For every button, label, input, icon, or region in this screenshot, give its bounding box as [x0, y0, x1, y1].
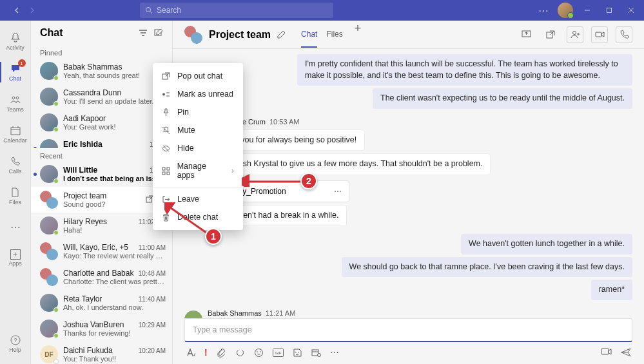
- gif-icon[interactable]: GIF: [273, 349, 284, 357]
- chat-item-preview: Sound good?: [63, 200, 141, 208]
- chat-list-item[interactable]: Project teamSound good?⋯: [31, 187, 172, 213]
- message-bubble[interactable]: The client wasn't expecting us to be rea…: [373, 88, 632, 109]
- tab-chat[interactable]: Chat: [301, 22, 317, 48]
- ctx-label: Pop out chat: [177, 72, 222, 81]
- chat-list-item[interactable]: Babak ShammasYeah, that sounds great!: [31, 58, 172, 84]
- help-icon: ?: [10, 334, 21, 346]
- priority-icon[interactable]: !: [204, 347, 208, 358]
- format-icon[interactable]: [186, 348, 195, 358]
- svg-point-19: [255, 349, 262, 356]
- rail-activity[interactable]: Activity: [0, 26, 31, 57]
- message-meta: Babak Shammas 11:21 AM: [208, 309, 295, 317]
- chat-list-item[interactable]: Eric Ishida11:45Sure. I'll set up someth…: [31, 135, 172, 148]
- new-chat-icon[interactable]: [154, 28, 163, 37]
- chat-item-name: Will Little: [63, 166, 97, 175]
- compose-more-icon[interactable]: ⋯: [330, 347, 339, 358]
- chat-item-name: Project team: [63, 191, 106, 200]
- calendar-icon: [10, 125, 21, 137]
- chat-list-item[interactable]: Charlotte and Babak10:48 AMCharlotte: Th…: [31, 264, 172, 290]
- svg-line-1: [150, 12, 152, 14]
- ctx-pin[interactable]: Pin: [153, 103, 243, 121]
- send-icon[interactable]: [621, 347, 631, 358]
- svg-point-25: [298, 352, 299, 353]
- chat-list-item[interactable]: Hilary Reyes11:02 AMHaha!: [31, 213, 172, 238]
- rail-teams[interactable]: Teams: [0, 88, 31, 119]
- rail-more[interactable]: ⋯: [0, 211, 31, 242]
- rail-apps[interactable]: + Apps: [0, 242, 31, 273]
- svg-point-16: [572, 32, 576, 35]
- sticker-icon[interactable]: [293, 348, 302, 358]
- apps-icon: [162, 167, 171, 175]
- rail-label: Help: [9, 347, 21, 353]
- current-user-avatar[interactable]: [558, 3, 573, 18]
- chat-item-preview: Kayo: The review went really well! Can't…: [63, 252, 166, 260]
- unread-icon: [162, 90, 171, 99]
- svg-point-18: [237, 349, 243, 356]
- message-input[interactable]: Type a message: [184, 318, 632, 342]
- avatar: [40, 242, 58, 260]
- add-people-icon[interactable]: [567, 26, 583, 43]
- loop-icon[interactable]: [235, 348, 245, 358]
- audio-call-icon[interactable]: [616, 26, 632, 43]
- chat-list-item[interactable]: Cassandra DunnYou: I'll send an update l…: [31, 84, 172, 110]
- nav-forward-icon[interactable]: [26, 4, 39, 17]
- nav-back-icon[interactable]: [10, 4, 23, 17]
- chat-list-item[interactable]: Aadi KapoorYou: Great work!: [31, 110, 172, 135]
- chat-list-item[interactable]: Will, Kayo, Eric, +511:00 AMKayo: The re…: [31, 238, 172, 264]
- ctx-unread[interactable]: Mark as unread: [153, 85, 243, 103]
- video-call-icon[interactable]: [591, 26, 608, 43]
- chat-list-title: Chat: [40, 27, 132, 39]
- ctx-popout[interactable]: Pop out chat: [153, 67, 243, 85]
- video-clip-icon[interactable]: [601, 347, 612, 358]
- chat-item-name: Daichi Fukuda: [63, 346, 113, 355]
- chat-item-preview: Thanks for reviewing!: [63, 329, 166, 337]
- chat-list-item[interactable]: DFDaichi Fukuda10:20 AMYou: Thank you!!: [31, 341, 172, 364]
- chat-item-time: 11:40 AM: [139, 296, 166, 303]
- file-more-icon[interactable]: ⋯: [334, 187, 342, 196]
- chat-list-item[interactable]: Joshua VanBuren10:29 AMThanks for review…: [31, 316, 172, 341]
- chat-item-preview: You: Great work!: [63, 123, 166, 131]
- sender-avatar[interactable]: [184, 311, 202, 319]
- filter-icon[interactable]: [139, 28, 148, 37]
- ctx-mute[interactable]: Mute: [153, 121, 243, 139]
- attach-icon[interactable]: [217, 348, 226, 358]
- chat-item-preview: Yeah, that sounds great!: [63, 72, 166, 79]
- screenshare-icon[interactable]: [518, 26, 534, 43]
- rail-files[interactable]: Files: [0, 180, 31, 211]
- window-close-icon[interactable]: [623, 3, 639, 18]
- ctx-apps[interactable]: Manage apps›: [153, 157, 243, 184]
- rail-label: Activity: [6, 44, 24, 51]
- add-tab-icon[interactable]: +: [355, 22, 362, 48]
- conversation-panel: Project team Chat Files + I'm pretty con…: [173, 21, 644, 364]
- tab-files[interactable]: Files: [326, 22, 342, 48]
- window-maximize-icon[interactable]: [601, 3, 617, 18]
- message-bubble[interactable]: ramen*: [591, 280, 632, 300]
- rail-calls[interactable]: Calls: [0, 149, 31, 180]
- svg-rect-17: [596, 32, 601, 37]
- svg-rect-38: [162, 172, 165, 175]
- message-bubble[interactable]: We haven't gotten lunch together in a wh…: [461, 234, 632, 254]
- chat-list-item[interactable]: Reta Taylor11:40 AMAh, ok. I understand …: [31, 290, 172, 316]
- message-bubble[interactable]: We should go back to that ramne place. I…: [342, 257, 632, 278]
- more-icon[interactable]: ⋯: [536, 3, 551, 18]
- rail-help[interactable]: ? Help: [0, 328, 31, 359]
- rail-chat[interactable]: 1 Chat: [0, 57, 31, 88]
- svg-point-0: [146, 8, 151, 12]
- message-bubble[interactable]: I'm pretty confident that this launch wi…: [297, 54, 632, 86]
- svg-rect-36: [162, 168, 165, 170]
- chat-item-preview: Ah, ok. I understand now.: [63, 303, 166, 311]
- ctx-hide[interactable]: Hide: [153, 139, 243, 157]
- edit-title-icon[interactable]: [277, 30, 286, 39]
- avatar: DF: [40, 345, 58, 363]
- rail-calendar[interactable]: Calendar: [0, 119, 31, 149]
- chat-item-preview: You: I'll send an update later.: [63, 97, 166, 105]
- chat-list-item[interactable]: Will Little11:42I don't see that being a…: [31, 161, 172, 187]
- search-input[interactable]: Search: [140, 3, 333, 18]
- message-bubble[interactable]: I will push Krystal to give us a few mor…: [208, 153, 491, 175]
- emoji-icon[interactable]: [254, 348, 264, 358]
- schedule-icon[interactable]: [311, 348, 321, 358]
- chat-item-name: Aadi Kapoor: [63, 114, 106, 123]
- chat-item-preview: You: Thank you!!: [63, 355, 166, 363]
- popout-icon[interactable]: [542, 26, 559, 43]
- window-minimize-icon[interactable]: [580, 3, 595, 18]
